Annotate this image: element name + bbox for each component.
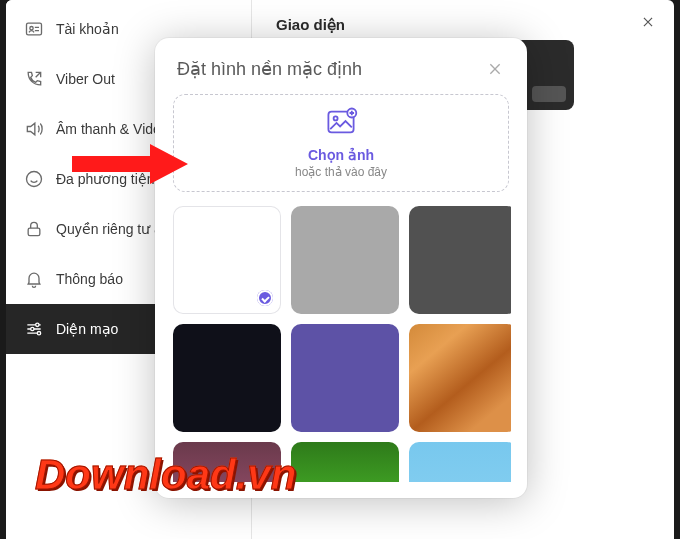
svg-point-6 bbox=[37, 332, 40, 335]
svg-point-5 bbox=[31, 327, 34, 330]
speaker-icon bbox=[24, 119, 44, 139]
upload-dropzone[interactable]: Chọn ảnh hoặc thả vào đây bbox=[173, 94, 509, 192]
modal-close-button[interactable] bbox=[485, 59, 505, 79]
dropzone-subtitle: hoặc thả vào đây bbox=[295, 165, 387, 179]
sidebar-item-label: Diện mạo bbox=[56, 321, 118, 337]
background-tile[interactable] bbox=[409, 442, 511, 482]
sidebar-item-label: Đa phương tiện bbox=[56, 171, 155, 187]
bell-icon bbox=[24, 269, 44, 289]
background-tile[interactable] bbox=[291, 206, 399, 314]
svg-point-2 bbox=[27, 172, 42, 187]
background-tile[interactable] bbox=[409, 324, 511, 432]
sidebar-item-label: Tài khoản bbox=[56, 21, 119, 37]
svg-point-7 bbox=[334, 116, 338, 120]
svg-rect-0 bbox=[27, 23, 42, 35]
background-grid bbox=[173, 206, 511, 482]
background-tile[interactable] bbox=[291, 324, 399, 432]
profile-card-icon bbox=[24, 19, 44, 39]
sidebar-item-label: Thông báo bbox=[56, 271, 123, 287]
sidebar-item-label: Viber Out bbox=[56, 71, 115, 87]
background-tile[interactable] bbox=[173, 442, 281, 482]
background-tile[interactable] bbox=[291, 442, 399, 482]
sidebar-item-label: Âm thanh & Video bbox=[56, 121, 169, 137]
background-tile[interactable] bbox=[173, 324, 281, 432]
svg-point-1 bbox=[30, 27, 33, 30]
slider-icon bbox=[24, 319, 44, 339]
smile-icon bbox=[24, 169, 44, 189]
phone-out-icon bbox=[24, 69, 44, 89]
modal-title: Đặt hình nền mặc định bbox=[177, 58, 362, 80]
sidebar-item-label: Quyền riêng tư & bbox=[56, 221, 164, 237]
image-add-icon bbox=[323, 107, 359, 141]
section-title: Giao diện bbox=[276, 16, 650, 34]
background-tile[interactable] bbox=[409, 206, 511, 314]
svg-point-4 bbox=[36, 323, 39, 326]
lock-icon bbox=[24, 219, 44, 239]
background-picker-modal: Đặt hình nền mặc định Chọn ảnh hoặc thả … bbox=[155, 38, 527, 498]
background-tile[interactable] bbox=[173, 206, 281, 314]
svg-rect-3 bbox=[28, 228, 40, 236]
close-settings-button[interactable] bbox=[638, 12, 658, 32]
dropzone-title: Chọn ảnh bbox=[308, 147, 374, 163]
